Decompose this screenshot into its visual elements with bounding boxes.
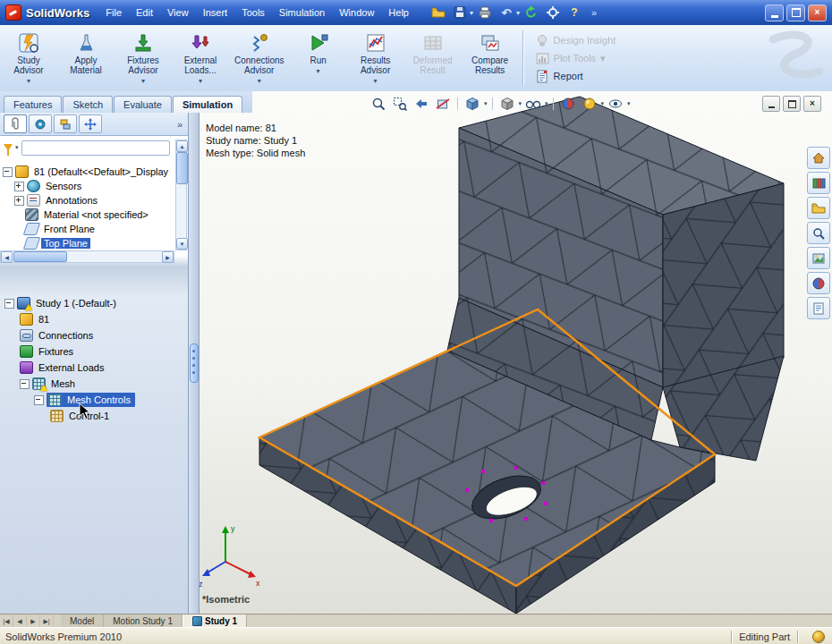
tab-scroll-left-button[interactable]: ◀ (13, 614, 27, 628)
undo-dropdown-caret-icon[interactable]: ▾ (516, 9, 520, 17)
scrollbar-thumb[interactable] (13, 251, 67, 262)
quick-tips-icon[interactable] (812, 631, 825, 643)
menu-help[interactable]: Help (381, 4, 416, 21)
zoom-to-area-button[interactable] (390, 95, 410, 113)
tree-horizontal-scrollbar[interactable]: ◀ ▶ (0, 250, 174, 263)
splitter-grab-handle[interactable] (190, 343, 199, 383)
tree-item-material[interactable]: Material <not specified> (0, 208, 174, 222)
scroll-down-button[interactable]: ▼ (176, 238, 188, 250)
help-button[interactable]: ? (565, 3, 584, 22)
previous-view-button[interactable] (412, 95, 431, 113)
dropdown-caret-icon[interactable]: ▾ (141, 76, 145, 86)
compare-results-button[interactable]: Compare Results (463, 27, 518, 89)
feature-manager-tab[interactable] (4, 114, 27, 133)
document-close-button[interactable]: × (803, 96, 821, 112)
filter-caret-icon[interactable]: ▾ (15, 144, 19, 151)
graphics-area[interactable]: x y z Model name: 81 Study name: Study 1… (199, 91, 832, 614)
edit-appearance-button[interactable] (558, 95, 578, 113)
close-button[interactable]: × (808, 4, 827, 21)
tab-scroll-first-button[interactable]: |◀ (0, 614, 13, 628)
scrollbar-thumb[interactable] (176, 152, 188, 184)
dimxpert-manager-tab[interactable] (79, 114, 102, 133)
connections-advisor-button[interactable]: Connections Advisor ▾ (230, 27, 289, 89)
collapse-box-icon[interactable] (34, 395, 44, 405)
model-tab[interactable]: Model (61, 614, 104, 628)
study-item-mesh-controls[interactable]: Mesh Controls (0, 392, 188, 408)
appearances-scenes-button[interactable] (807, 272, 830, 294)
panel-splitter[interactable] (189, 113, 200, 614)
tree-item-sensors[interactable]: Sensors (0, 179, 174, 193)
tree-item-front-plane[interactable]: Front Plane (0, 222, 174, 236)
dropdown-caret-icon[interactable]: ▾ (519, 100, 522, 107)
tab-features[interactable]: Features (4, 96, 62, 113)
open-button[interactable] (429, 3, 448, 22)
rebuild-button[interactable] (522, 3, 541, 22)
study-advisor-button[interactable]: Study Advisor ▾ (1, 27, 56, 89)
restore-button[interactable] (786, 4, 805, 21)
tree-item-annotations[interactable]: Annotations (0, 193, 174, 208)
toolbar-overflow-chevron[interactable]: » (586, 7, 602, 18)
study-item-control-1[interactable]: Control-1 (0, 408, 188, 424)
file-explorer-button[interactable] (807, 197, 830, 219)
filter-input[interactable] (21, 140, 170, 156)
study-item-fixtures[interactable]: Fixtures (0, 343, 188, 360)
dropdown-caret-icon[interactable]: ▾ (258, 76, 261, 86)
study-item-root[interactable]: Study 1 (-Default-) (0, 295, 188, 311)
display-style-button[interactable] (497, 95, 517, 113)
design-library-button[interactable] (807, 172, 830, 194)
menu-simulation[interactable]: Simulation (272, 4, 332, 21)
study-1-tab[interactable]: Study 1 (183, 614, 247, 628)
dropdown-caret-icon[interactable]: ▾ (545, 100, 548, 107)
menu-file[interactable]: File (98, 4, 129, 21)
results-advisor-button[interactable]: Results Advisor ▾ (348, 27, 403, 89)
menu-tools[interactable]: Tools (234, 4, 272, 21)
tree-vertical-scrollbar[interactable]: ▲ ▼ (175, 140, 187, 250)
menu-edit[interactable]: Edit (129, 4, 160, 21)
tab-simulation[interactable]: Simulation (173, 96, 242, 113)
menu-insert[interactable]: Insert (196, 4, 235, 21)
collapse-box-icon[interactable] (4, 299, 14, 309)
solidworks-resources-button[interactable] (807, 147, 830, 169)
dropdown-caret-icon[interactable]: ▾ (317, 66, 320, 76)
scroll-right-button[interactable]: ▶ (162, 251, 174, 263)
print-button[interactable] (475, 3, 495, 22)
report-button[interactable]: Report (532, 69, 620, 84)
collapse-box-icon[interactable] (3, 167, 13, 177)
view-palette-button[interactable] (807, 247, 830, 269)
collapse-box-icon[interactable] (20, 379, 30, 389)
zoom-to-fit-button[interactable] (369, 95, 388, 113)
hide-show-items-button[interactable] (523, 95, 543, 113)
undo-button[interactable]: ↶ (497, 3, 516, 22)
tree-item-top-plane[interactable]: Top Plane (0, 236, 174, 250)
document-minimize-button[interactable] (762, 96, 780, 112)
save-button[interactable] (450, 3, 470, 22)
study-item-mesh[interactable]: Mesh (0, 376, 188, 392)
tab-scroll-right-button[interactable]: ▶ (27, 614, 40, 628)
view-orientation-button[interactable] (463, 95, 482, 113)
save-dropdown-caret-icon[interactable]: ▾ (470, 9, 473, 17)
scroll-left-button[interactable]: ◀ (1, 251, 13, 263)
dropdown-caret-icon[interactable]: ▾ (484, 100, 488, 107)
expand-box-icon[interactable] (14, 182, 24, 191)
view-settings-button[interactable] (606, 95, 625, 113)
options-button[interactable] (543, 3, 563, 22)
model-view[interactable]: x y z (199, 91, 832, 614)
fixtures-advisor-button[interactable]: Fixtures Advisor ▾ (115, 27, 171, 89)
tab-scroll-last-button[interactable]: ▶| (40, 614, 54, 628)
study-item-external-loads[interactable]: External Loads (0, 360, 188, 376)
menu-view[interactable]: View (160, 4, 196, 21)
tree-item-part[interactable]: 81 (Default<<Default>_Display (0, 165, 174, 179)
dropdown-caret-icon[interactable]: ▾ (199, 76, 202, 86)
dropdown-caret-icon[interactable]: ▾ (601, 100, 605, 107)
custom-properties-button[interactable] (807, 297, 830, 319)
study-item-part[interactable]: 81 (0, 311, 188, 327)
document-restore-button[interactable] (783, 96, 801, 112)
apply-material-button[interactable]: Apply Material (58, 27, 114, 89)
panel-overflow-chevron[interactable]: » (177, 119, 184, 130)
scroll-up-button[interactable]: ▲ (176, 140, 188, 152)
tab-evaluate[interactable]: Evaluate (114, 96, 172, 113)
section-view-button[interactable] (433, 95, 453, 113)
study-item-connections[interactable]: Connections (0, 327, 188, 343)
minimize-button[interactable] (765, 4, 784, 21)
dropdown-caret-icon[interactable]: ▾ (374, 76, 378, 86)
